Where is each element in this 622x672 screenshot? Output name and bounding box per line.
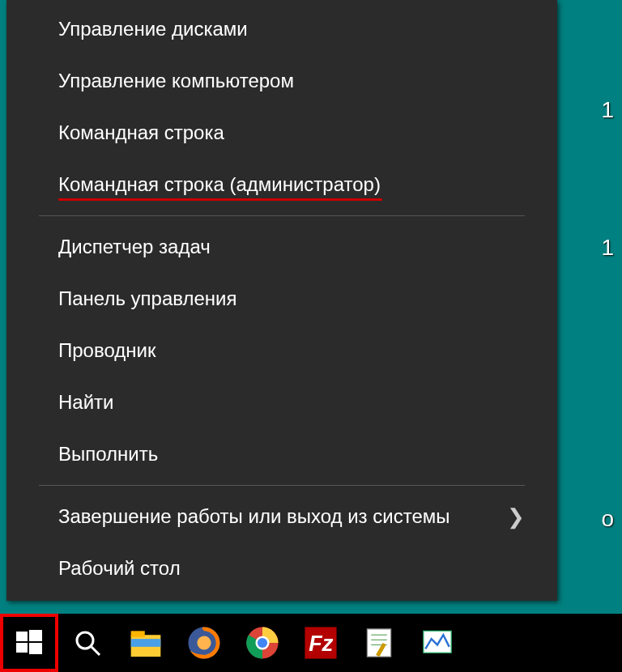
menu-item-file-explorer[interactable]: Проводник xyxy=(6,325,557,376)
menu-item-label: Командная строка (администратор) xyxy=(58,173,381,195)
menu-item-label: Выполнить xyxy=(58,443,158,465)
red-underline-annotation xyxy=(58,198,382,201)
menu-item-command-prompt-admin[interactable]: Командная строка (администратор) xyxy=(6,159,557,211)
menu-item-label: Управление дисками xyxy=(58,18,248,40)
resource-monitor-button[interactable] xyxy=(408,614,466,672)
notepadpp-button[interactable] xyxy=(350,614,408,672)
menu-item-label: Диспетчер задач xyxy=(58,236,211,257)
firefox-icon xyxy=(186,625,222,661)
chrome-icon xyxy=(245,625,280,661)
menu-item-control-panel[interactable]: Панель управления xyxy=(6,273,557,325)
menu-item-label: Командная строка xyxy=(58,121,224,143)
winx-context-menu: Управление дискамиУправление компьютером… xyxy=(6,0,557,601)
menu-item-computer-management[interactable]: Управление компьютером xyxy=(6,55,557,107)
firefox-button[interactable] xyxy=(175,614,233,672)
file-explorer-button[interactable] xyxy=(117,614,175,672)
resource-monitor-icon xyxy=(420,625,455,661)
notepadpp-icon xyxy=(361,625,397,661)
menu-item-label: Панель управления xyxy=(58,287,236,309)
menu-item-label: Найти xyxy=(58,391,113,413)
search-button[interactable] xyxy=(58,614,117,672)
search-icon xyxy=(73,628,102,657)
menu-item-label: Завершение работы или выход из системы xyxy=(58,505,449,527)
menu-separator xyxy=(39,215,525,216)
menu-item-label: Проводник xyxy=(58,339,156,361)
menu-separator xyxy=(39,485,525,486)
menu-item-desktop[interactable]: Рабочий стол xyxy=(6,542,557,594)
menu-item-disk-management[interactable]: Управление дисками xyxy=(6,3,557,55)
menu-item-command-prompt[interactable]: Командная строка xyxy=(6,107,557,159)
menu-item-run[interactable]: Выполнить xyxy=(6,428,557,480)
taskbar xyxy=(0,614,622,672)
menu-item-search[interactable]: Найти xyxy=(6,376,557,428)
menu-item-task-manager[interactable]: Диспетчер задач xyxy=(6,221,557,273)
menu-item-label: Рабочий стол xyxy=(58,557,181,579)
filezilla-button[interactable] xyxy=(292,614,350,672)
windows-logo-icon xyxy=(15,628,44,657)
chevron-right-icon: ❯ xyxy=(507,504,525,530)
chrome-button[interactable] xyxy=(233,614,292,672)
file-explorer-icon xyxy=(128,625,164,661)
menu-item-shutdown-signout[interactable]: Завершение работы или выход из системы❯ xyxy=(6,491,557,542)
menu-item-label: Управление компьютером xyxy=(58,70,294,91)
start-button[interactable] xyxy=(0,614,58,672)
filezilla-icon xyxy=(303,625,339,661)
